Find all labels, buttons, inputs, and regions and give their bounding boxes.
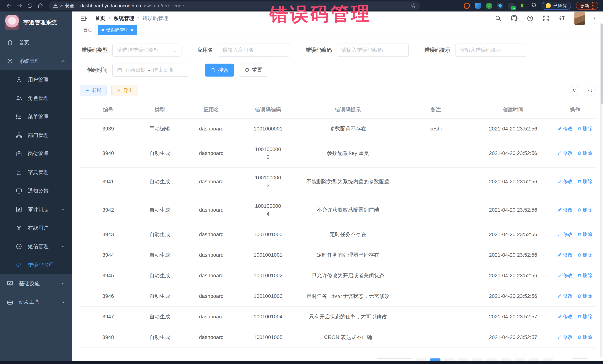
- table-row: 3943自动生成dashboard1001001000定时任务不存在2021-0…: [80, 224, 596, 245]
- sidebar-item-岗位管理[interactable]: 岗位管理: [0, 144, 72, 163]
- sidebar-item-错误码管理[interactable]: 错误码管理: [0, 256, 72, 274]
- delete-link[interactable]: 删除: [577, 252, 592, 258]
- browser-back-button[interactable]: [5, 1, 13, 10]
- edit-link[interactable]: 修改: [557, 272, 573, 279]
- row-id: 3944: [80, 245, 137, 265]
- add-button[interactable]: 新增: [80, 85, 106, 96]
- edit-link[interactable]: 修改: [557, 125, 573, 132]
- browser-update-button[interactable]: 更新 •••: [576, 2, 598, 10]
- filter-create-time: 创建时间 开始日期 - 结束日期: [80, 64, 189, 77]
- breadcrumb-system[interactable]: 系统管理: [114, 15, 134, 22]
- row-type: 自动生成: [137, 167, 183, 196]
- avatar-caret-icon[interactable]: ▾: [593, 16, 596, 21]
- delete-link[interactable]: 删除: [577, 125, 592, 132]
- delete-link[interactable]: 删除: [577, 272, 592, 279]
- delete-link[interactable]: 删除: [577, 313, 592, 320]
- delete-link[interactable]: 删除: [577, 231, 592, 238]
- edit-link[interactable]: 修改: [557, 334, 573, 341]
- extension-blue-gem-icon[interactable]: [475, 3, 481, 9]
- extension-white-puzzle-icon[interactable]: [531, 3, 537, 9]
- bookmark-star-icon[interactable]: [411, 3, 416, 8]
- profile-paused-pill[interactable]: 已暂停: [542, 2, 571, 10]
- sidebar-item-基础设施[interactable]: 基础设施: [0, 274, 72, 293]
- filter-label-type: 错误码类型: [80, 46, 108, 54]
- tab-label: 首页: [83, 27, 92, 33]
- sidebar-item-研发工具[interactable]: 研发工具: [0, 293, 72, 311]
- browser-home-button[interactable]: [36, 1, 45, 10]
- sidebar-item-系统管理[interactable]: 系统管理: [0, 52, 72, 70]
- delete-link[interactable]: 删除: [577, 293, 592, 299]
- chevron-down-icon: [61, 244, 66, 249]
- extension-green-key-icon[interactable]: [519, 3, 526, 9]
- plus-icon: [85, 88, 90, 93]
- error-type-select[interactable]: 请选择错误码类型 ⌄: [112, 44, 181, 56]
- extension-green-check-icon[interactable]: [486, 3, 492, 9]
- sidebar-item-审计日志[interactable]: 审计日志: [0, 200, 72, 219]
- browser-reload-button[interactable]: [26, 1, 34, 10]
- sidebar-item-短信管理[interactable]: 短信管理: [0, 237, 72, 256]
- app-name-input[interactable]: [222, 47, 285, 53]
- trash-icon: [577, 253, 582, 257]
- error-hint-input[interactable]: [460, 47, 523, 53]
- sidebar-item-首页[interactable]: 首页: [0, 33, 72, 52]
- reset-button[interactable]: 重置: [239, 64, 268, 77]
- sidebar-item-在线用户[interactable]: 在线用户: [0, 219, 72, 237]
- edit-link[interactable]: 修改: [557, 313, 573, 320]
- edit-link[interactable]: 修改: [557, 231, 573, 238]
- delete-link-label: 删除: [583, 272, 592, 279]
- extension-orange-ring-icon[interactable]: [464, 3, 470, 9]
- sidebar-item-字典管理[interactable]: 字典管理: [0, 163, 72, 182]
- search-icon[interactable]: [494, 15, 502, 22]
- sidebar-item-用户管理[interactable]: 用户管理: [0, 70, 72, 89]
- row-remark: ceshi: [400, 119, 472, 139]
- user-avatar[interactable]: [574, 11, 585, 25]
- sms-icon: [16, 243, 22, 250]
- edit-link[interactable]: 修改: [557, 252, 573, 258]
- delete-link[interactable]: 删除: [577, 207, 592, 213]
- edit-link[interactable]: 修改: [557, 150, 573, 156]
- annotation-overlay: 错误码管理: [269, 1, 371, 27]
- help-icon[interactable]: [526, 15, 534, 22]
- extension-dark-on-icon[interactable]: [508, 3, 514, 9]
- delete-link[interactable]: 删除: [577, 178, 592, 185]
- row-time: 2021-04-20 23:52:57: [472, 307, 554, 327]
- row-id: 3943: [80, 224, 137, 245]
- trash-icon: [577, 232, 582, 236]
- security-warning[interactable]: 不安全: [53, 3, 74, 9]
- export-button[interactable]: 导出: [111, 85, 138, 96]
- date-range-picker[interactable]: 开始日期 - 结束日期: [112, 64, 189, 77]
- github-icon[interactable]: [510, 15, 518, 22]
- scrollbar-thumb[interactable]: [601, 24, 603, 104]
- edit-link-label: 修改: [563, 313, 573, 320]
- delete-link[interactable]: 删除: [577, 150, 592, 156]
- breadcrumb-home[interactable]: 首页: [95, 15, 105, 22]
- edit-link[interactable]: 修改: [557, 178, 573, 185]
- delete-link[interactable]: 删除: [577, 334, 592, 341]
- sidebar-item-角色管理[interactable]: 角色管理: [0, 89, 72, 108]
- font-size-icon[interactable]: [558, 15, 566, 22]
- error-code-input[interactable]: [341, 47, 404, 53]
- sidebar-item-部门管理[interactable]: 部门管理: [0, 126, 72, 144]
- toggle-search-button[interactable]: [570, 85, 580, 96]
- tab-close-icon[interactable]: ×: [131, 28, 133, 32]
- sidebar-item-label: 基础设施: [19, 280, 40, 287]
- row-actions: 修改删除: [554, 119, 596, 139]
- tab-首页[interactable]: 首页: [80, 25, 96, 35]
- trash-icon: [577, 314, 582, 319]
- page-scrollbar[interactable]: [600, 23, 603, 357]
- fullscreen-icon[interactable]: [542, 15, 550, 22]
- extension-blue-grid-icon[interactable]: [497, 3, 503, 9]
- sidebar-item-通知公告[interactable]: 通知公告: [0, 182, 72, 200]
- filter-error-type: 错误码类型 请选择错误码类型 ⌄: [80, 44, 181, 56]
- browser-forward-button[interactable]: [15, 1, 24, 10]
- refresh-table-button[interactable]: [585, 85, 596, 96]
- edit-link[interactable]: 修改: [557, 293, 573, 299]
- infra-icon: [7, 280, 13, 287]
- search-button[interactable]: 搜索: [205, 64, 234, 77]
- sidebar-logo[interactable]: 芋道管理系统: [0, 11, 72, 33]
- edit-link[interactable]: 修改: [557, 207, 573, 213]
- sidebar-item-菜单管理[interactable]: 菜单管理: [0, 108, 72, 126]
- sidebar-collapse-icon[interactable]: [80, 14, 88, 22]
- tab-错误码管理[interactable]: 错误码管理×: [98, 25, 137, 35]
- row-app: dashboard: [183, 119, 240, 139]
